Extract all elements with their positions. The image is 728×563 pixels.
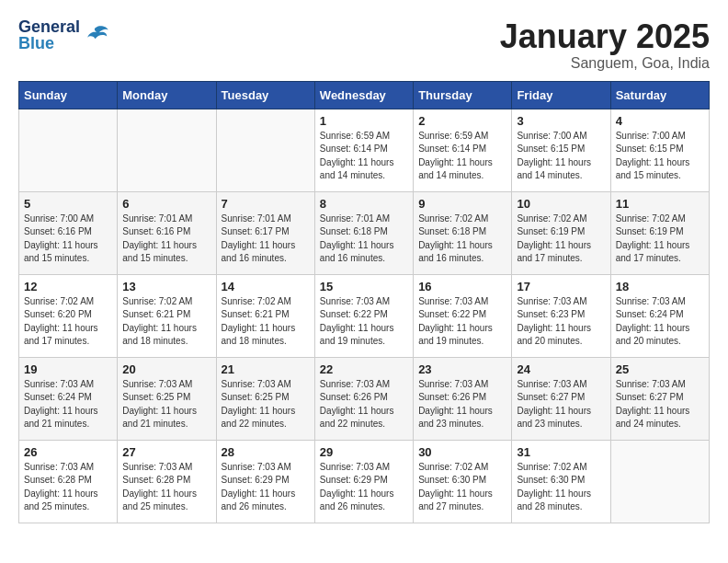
logo-bird-icon (84, 22, 109, 48)
calendar-cell: 6Sunrise: 7:01 AM Sunset: 6:16 PM Daylig… (118, 191, 216, 274)
day-info: Sunrise: 7:03 AM Sunset: 6:22 PM Dayligh… (320, 295, 408, 349)
day-number: 23 (418, 362, 506, 376)
calendar-cell: 16Sunrise: 7:03 AM Sunset: 6:22 PM Dayli… (414, 274, 512, 357)
day-of-week-header: Wednesday (314, 81, 413, 109)
day-number: 4 (616, 114, 704, 128)
logo-blue-text: Blue (18, 35, 80, 52)
day-number: 27 (122, 445, 210, 459)
day-info: Sunrise: 7:01 AM Sunset: 6:18 PM Dayligh… (320, 213, 408, 266)
calendar-cell: 28Sunrise: 7:03 AM Sunset: 6:29 PM Dayli… (216, 440, 314, 523)
day-number: 13 (122, 280, 210, 293)
day-info: Sunrise: 7:02 AM Sunset: 6:21 PM Dayligh… (122, 295, 210, 349)
day-info: Sunrise: 7:00 AM Sunset: 6:15 PM Dayligh… (616, 130, 704, 183)
calendar-cell: 14Sunrise: 7:02 AM Sunset: 6:21 PM Dayli… (216, 274, 314, 357)
day-number: 19 (24, 362, 112, 376)
day-info: Sunrise: 7:03 AM Sunset: 6:26 PM Dayligh… (320, 378, 408, 431)
day-info: Sunrise: 7:03 AM Sunset: 6:28 PM Dayligh… (122, 461, 210, 514)
calendar-cell: 4Sunrise: 7:00 AM Sunset: 6:15 PM Daylig… (610, 109, 709, 191)
day-of-week-header: Monday (118, 81, 216, 109)
day-of-week-header: Sunday (19, 81, 118, 109)
day-number: 7 (222, 197, 310, 211)
calendar-cell: 25Sunrise: 7:03 AM Sunset: 6:27 PM Dayli… (610, 357, 709, 440)
calendar-cell: 20Sunrise: 7:03 AM Sunset: 6:25 PM Dayli… (118, 357, 216, 440)
calendar-cell: 11Sunrise: 7:02 AM Sunset: 6:19 PM Dayli… (610, 191, 709, 274)
day-number: 16 (418, 280, 506, 293)
calendar-cell (216, 109, 314, 191)
month-title: January 2025 (500, 18, 710, 55)
day-info: Sunrise: 7:03 AM Sunset: 6:29 PM Dayligh… (222, 461, 310, 514)
day-number: 22 (320, 362, 408, 376)
calendar-cell: 8Sunrise: 7:01 AM Sunset: 6:18 PM Daylig… (314, 191, 413, 274)
calendar-body: 1Sunrise: 6:59 AM Sunset: 6:14 PM Daylig… (19, 109, 710, 523)
calendar-cell: 27Sunrise: 7:03 AM Sunset: 6:28 PM Dayli… (118, 440, 216, 523)
day-number: 21 (222, 362, 310, 376)
day-info: Sunrise: 7:03 AM Sunset: 6:24 PM Dayligh… (24, 378, 112, 431)
day-info: Sunrise: 7:03 AM Sunset: 6:27 PM Dayligh… (616, 378, 704, 431)
calendar-cell: 24Sunrise: 7:03 AM Sunset: 6:27 PM Dayli… (512, 357, 610, 440)
day-info: Sunrise: 7:02 AM Sunset: 6:19 PM Dayligh… (517, 213, 605, 266)
day-number: 14 (222, 280, 310, 293)
calendar-cell (118, 109, 216, 191)
day-info: Sunrise: 7:01 AM Sunset: 6:16 PM Dayligh… (122, 213, 210, 266)
day-info: Sunrise: 7:03 AM Sunset: 6:23 PM Dayligh… (517, 295, 605, 349)
day-info: Sunrise: 6:59 AM Sunset: 6:14 PM Dayligh… (418, 130, 506, 183)
day-info: Sunrise: 7:02 AM Sunset: 6:30 PM Dayligh… (418, 461, 506, 514)
day-info: Sunrise: 7:00 AM Sunset: 6:15 PM Dayligh… (517, 130, 605, 183)
day-number: 25 (616, 362, 704, 376)
day-number: 3 (517, 114, 605, 128)
calendar-cell: 31Sunrise: 7:02 AM Sunset: 6:30 PM Dayli… (512, 440, 610, 523)
day-info: Sunrise: 7:00 AM Sunset: 6:16 PM Dayligh… (24, 213, 112, 266)
day-number: 29 (320, 445, 408, 459)
day-info: Sunrise: 7:03 AM Sunset: 6:25 PM Dayligh… (122, 378, 210, 431)
calendar-cell: 9Sunrise: 7:02 AM Sunset: 6:18 PM Daylig… (414, 191, 512, 274)
day-of-week-header: Thursday (414, 81, 512, 109)
day-info: Sunrise: 7:02 AM Sunset: 6:20 PM Dayligh… (24, 295, 112, 349)
day-info: Sunrise: 7:03 AM Sunset: 6:22 PM Dayligh… (418, 295, 506, 349)
location-subtitle: Sanguem, Goa, India (500, 55, 710, 72)
calendar-cell: 21Sunrise: 7:03 AM Sunset: 6:25 PM Dayli… (216, 357, 314, 440)
calendar-cell (19, 109, 118, 191)
day-info: Sunrise: 7:02 AM Sunset: 6:19 PM Dayligh… (616, 213, 704, 266)
calendar-cell: 26Sunrise: 7:03 AM Sunset: 6:28 PM Dayli… (19, 440, 118, 523)
calendar-table: SundayMondayTuesdayWednesdayThursdayFrid… (18, 81, 710, 523)
day-number: 12 (24, 280, 112, 293)
calendar-cell: 30Sunrise: 7:02 AM Sunset: 6:30 PM Dayli… (414, 440, 512, 523)
calendar-cell: 7Sunrise: 7:01 AM Sunset: 6:17 PM Daylig… (216, 191, 314, 274)
calendar-cell: 29Sunrise: 7:03 AM Sunset: 6:29 PM Dayli… (314, 440, 413, 523)
calendar-cell: 15Sunrise: 7:03 AM Sunset: 6:22 PM Dayli… (314, 274, 413, 357)
calendar-cell: 3Sunrise: 7:00 AM Sunset: 6:15 PM Daylig… (512, 109, 610, 191)
day-info: Sunrise: 7:01 AM Sunset: 6:17 PM Dayligh… (222, 213, 310, 266)
day-info: Sunrise: 7:03 AM Sunset: 6:29 PM Dayligh… (320, 461, 408, 514)
day-info: Sunrise: 7:03 AM Sunset: 6:26 PM Dayligh… (418, 378, 506, 431)
day-info: Sunrise: 7:03 AM Sunset: 6:28 PM Dayligh… (24, 461, 112, 514)
day-info: Sunrise: 7:02 AM Sunset: 6:18 PM Dayligh… (418, 213, 506, 266)
day-number: 8 (320, 197, 408, 211)
day-number: 9 (418, 197, 506, 211)
day-info: Sunrise: 7:02 AM Sunset: 6:30 PM Dayligh… (517, 461, 605, 514)
day-number: 17 (517, 280, 605, 293)
calendar-cell (610, 440, 709, 523)
logo: General Blue (18, 18, 109, 52)
logo-general-text: General (18, 18, 80, 35)
day-info: Sunrise: 7:03 AM Sunset: 6:27 PM Dayligh… (517, 378, 605, 431)
day-number: 26 (24, 445, 112, 459)
day-number: 15 (320, 280, 408, 293)
day-number: 6 (122, 197, 210, 211)
day-number: 28 (222, 445, 310, 459)
calendar-cell: 2Sunrise: 6:59 AM Sunset: 6:14 PM Daylig… (414, 109, 512, 191)
calendar-cell: 12Sunrise: 7:02 AM Sunset: 6:20 PM Dayli… (19, 274, 118, 357)
day-number: 30 (418, 445, 506, 459)
day-info: Sunrise: 7:03 AM Sunset: 6:25 PM Dayligh… (222, 378, 310, 431)
day-number: 1 (320, 114, 408, 128)
calendar-cell: 23Sunrise: 7:03 AM Sunset: 6:26 PM Dayli… (414, 357, 512, 440)
calendar-cell: 19Sunrise: 7:03 AM Sunset: 6:24 PM Dayli… (19, 357, 118, 440)
day-of-week-header: Saturday (610, 81, 709, 109)
calendar-cell: 22Sunrise: 7:03 AM Sunset: 6:26 PM Dayli… (314, 357, 413, 440)
day-number: 24 (517, 362, 605, 376)
page-header: General Blue January 2025 Sanguem, Goa, … (18, 18, 710, 72)
day-of-week-header: Tuesday (216, 81, 314, 109)
day-number: 2 (418, 114, 506, 128)
day-number: 10 (517, 197, 605, 211)
day-of-week-header: Friday (512, 81, 610, 109)
day-info: Sunrise: 6:59 AM Sunset: 6:14 PM Dayligh… (320, 130, 408, 183)
